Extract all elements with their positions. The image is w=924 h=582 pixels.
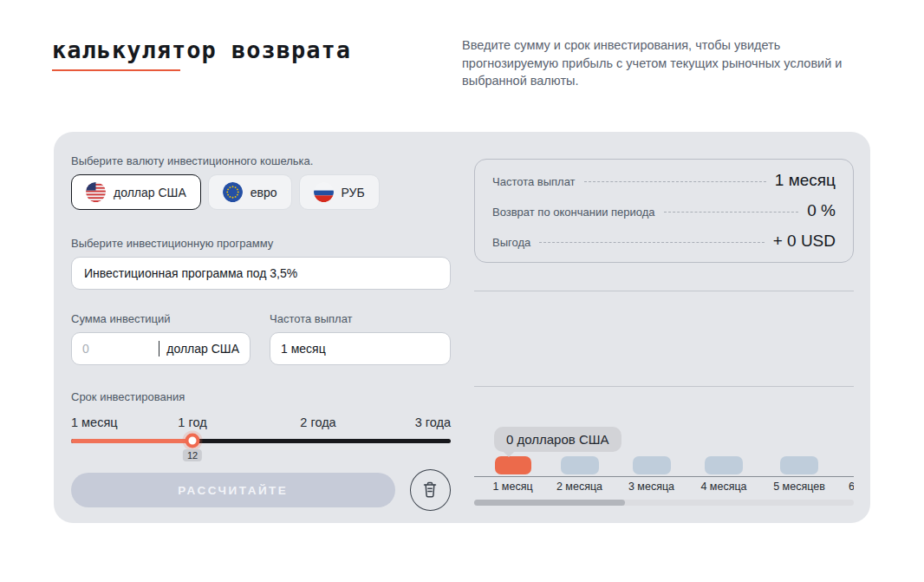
currency-label: Выберите валюту инвестиционного кошелька…: [71, 154, 451, 167]
term-label: Срок инвестирования: [71, 390, 451, 403]
slider-track[interactable]: [71, 439, 451, 443]
summary-row-frequency: Частота выплат 1 месяц: [492, 171, 836, 190]
results-panel: Частота выплат 1 месяц Возврат по оконча…: [474, 159, 854, 506]
page-title: калькулятор возврата: [52, 36, 351, 63]
slider-value-badge: 12: [183, 449, 202, 461]
chart-scrollbar[interactable]: [474, 500, 854, 506]
summary-box: Частота выплат 1 месяц Возврат по оконча…: [474, 159, 854, 263]
currency-option-rub[interactable]: РУБ: [299, 174, 380, 210]
currency-option-label: РУБ: [342, 186, 365, 199]
return-calculator-page: калькулятор возврата Введите сумму и сро…: [0, 0, 924, 582]
slider-handle[interactable]: [185, 434, 200, 448]
slider-tick-1-year[interactable]: 1 год: [178, 415, 206, 429]
currency-option-usd[interactable]: доллар США: [71, 174, 201, 210]
program-select[interactable]: Инвестиционная программа под 3,5%: [71, 257, 451, 290]
us-flag-icon: [86, 182, 106, 202]
amount-label: Сумма инвестиций: [71, 312, 251, 325]
dashed-leader: [584, 181, 766, 182]
summary-value: + 0 USD: [773, 232, 836, 251]
bar-label: 5 месяцев: [773, 481, 825, 493]
calculator-card: Выберите валюту инвестиционного кошелька…: [54, 132, 870, 523]
bar-month-2[interactable]: [561, 456, 599, 474]
program-label: Выберите инвестиционную программу: [71, 237, 451, 250]
bar-label: 2 месяца: [556, 481, 602, 493]
summary-row-profit: Выгода + 0 USD: [492, 232, 836, 251]
chart-column: 5 месяцев: [771, 456, 828, 493]
slider-tick-1-month[interactable]: 1 месяц: [71, 415, 118, 429]
chart-column: 1 месяц: [492, 456, 533, 493]
bar-month-5[interactable]: [780, 456, 818, 474]
chart-bars: 1 месяц 2 месяца 3 месяца 4 месяца: [474, 456, 854, 493]
slider-fill: [71, 439, 192, 443]
chart-scrollbar-thumb[interactable]: [474, 500, 625, 506]
frequency-input[interactable]: [281, 342, 439, 356]
bar-label: 6 месяцев: [849, 481, 854, 493]
currency-option-label: евро: [251, 186, 277, 199]
dashed-leader: [539, 242, 764, 243]
chart-column: 2 месяца: [554, 456, 605, 493]
bar-label: 3 месяца: [628, 481, 674, 493]
reset-button[interactable]: [410, 469, 451, 511]
amount-suffix-divider: [159, 341, 159, 356]
summary-label: Частота выплат: [492, 175, 576, 188]
amount-suffix: доллар США: [166, 342, 239, 356]
summary-label: Выгода: [492, 236, 530, 249]
summary-value: 0 %: [807, 201, 836, 220]
ru-flag-icon: [314, 182, 334, 202]
currency-selector: доллар США евро: [71, 174, 451, 210]
chart-column: 6 месяцев: [849, 456, 854, 493]
results-divider-bottom: [474, 386, 854, 387]
amount-input[interactable]: [82, 342, 155, 356]
page-description: Введите сумму и срок инвестирования, что…: [462, 36, 880, 90]
bar-label: 1 месяц: [492, 481, 532, 493]
frequency-label: Частота выплат: [270, 312, 451, 325]
results-divider-top: [474, 291, 854, 291]
summary-row-return: Возврат по окончании периода 0 %: [492, 201, 836, 220]
title-underline: [52, 69, 180, 71]
dashed-leader: [664, 212, 799, 213]
amount-field[interactable]: доллар США: [71, 332, 251, 365]
chart-baseline: [474, 476, 854, 477]
program-select-value: Инвестиционная программа под 3,5%: [84, 266, 297, 280]
trash-icon: [420, 481, 439, 500]
summary-value: 1 месяц: [775, 171, 836, 190]
bar-month-1[interactable]: [495, 456, 531, 474]
calculator-form: Выберите валюту инвестиционного кошелька…: [71, 154, 451, 511]
summary-label: Возврат по окончании периода: [492, 206, 655, 219]
chart-tooltip: 0 долларов США: [494, 427, 621, 452]
bar-month-3[interactable]: [633, 456, 671, 474]
chart-column: 4 месяца: [698, 456, 750, 493]
calculate-button[interactable]: РАССЧИТАЙТЕ: [71, 473, 395, 507]
currency-option-eur[interactable]: евро: [208, 174, 292, 210]
profit-bar-chart: 0 долларов США 1 месяц 2 месяца 3 месяца: [474, 427, 854, 493]
bar-month-4[interactable]: [705, 456, 743, 474]
term-slider: 1 месяц 1 год 2 года 3 года 12: [71, 415, 451, 469]
slider-tick-3-years[interactable]: 3 года: [415, 415, 451, 429]
eu-flag-icon: [223, 182, 243, 202]
bar-label: 4 месяца: [700, 481, 746, 493]
currency-option-label: доллар США: [114, 186, 186, 199]
chart-column: 3 месяца: [626, 456, 677, 493]
slider-tick-2-years[interactable]: 2 года: [300, 415, 335, 429]
frequency-field[interactable]: [270, 332, 451, 365]
